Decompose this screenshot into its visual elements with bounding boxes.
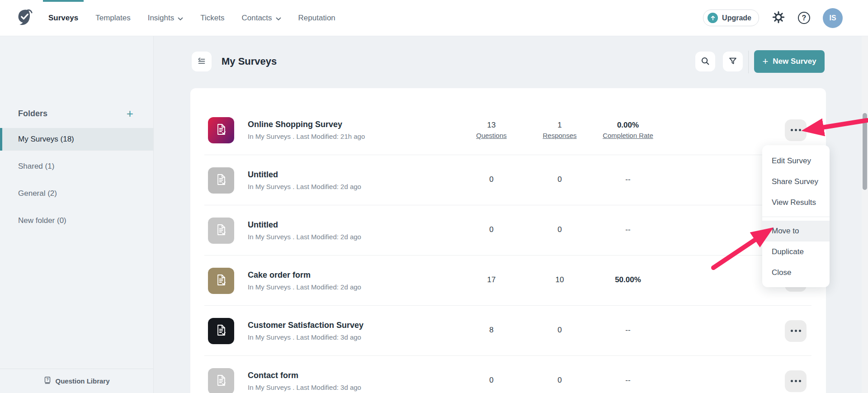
responses-stat: 1 Responses bbox=[525, 121, 594, 139]
survey-meta: In My Surveys . Last Modified: 3d ago bbox=[248, 333, 444, 341]
survey-meta: In My Surveys . Last Modified: 21h ago bbox=[248, 133, 444, 140]
nav-contacts[interactable]: Contacts bbox=[241, 0, 281, 36]
questions-link[interactable]: Questions bbox=[476, 132, 507, 139]
row-actions-button[interactable] bbox=[785, 370, 807, 392]
user-avatar[interactable]: IS bbox=[823, 8, 843, 28]
avatar-initials: IS bbox=[829, 14, 836, 22]
new-survey-button[interactable]: + New Survey bbox=[754, 50, 825, 73]
completion-link[interactable]: Completion Rate bbox=[603, 132, 653, 139]
arrow-to-actions-button bbox=[819, 120, 867, 128]
nav-surveys-label: Surveys bbox=[48, 14, 78, 23]
survey-title[interactable]: Cake order form bbox=[248, 270, 444, 280]
primary-nav: Surveys Templates Insights Tickets Conta… bbox=[48, 0, 335, 36]
survey-list-card: Online Shopping Survey In My Surveys . L… bbox=[190, 88, 826, 393]
survey-document-check-icon bbox=[214, 273, 228, 289]
nav-tickets[interactable]: Tickets bbox=[200, 0, 224, 36]
settings-button[interactable] bbox=[772, 10, 785, 25]
survey-thumbnail[interactable] bbox=[208, 268, 234, 294]
survey-document-check-icon bbox=[214, 223, 228, 239]
menu-item-view-results[interactable]: View Results bbox=[762, 192, 830, 213]
survey-title[interactable]: Untitled bbox=[248, 170, 444, 180]
vertical-scrollbar[interactable] bbox=[862, 36, 868, 393]
menu-item-share-survey[interactable]: Share Survey bbox=[762, 171, 830, 192]
survey-title[interactable]: Contact form bbox=[248, 371, 444, 380]
menu-item-move-to[interactable]: Move to bbox=[762, 221, 830, 241]
svg-text:?: ? bbox=[47, 377, 49, 382]
add-folder-button[interactable]: + bbox=[127, 108, 133, 119]
responses-count: 0 bbox=[557, 326, 561, 335]
filter-funnel-icon bbox=[728, 56, 738, 67]
survey-title[interactable]: Customer Satisfaction Survey bbox=[248, 321, 444, 330]
responses-count: 0 bbox=[557, 225, 561, 234]
responses-count: 0 bbox=[557, 175, 561, 184]
scrollbar-thumb[interactable] bbox=[863, 113, 867, 190]
survey-meta: In My Surveys . Last Modified: 2d ago bbox=[248, 283, 444, 291]
folders-header: Folders + bbox=[0, 102, 153, 125]
sidebar-item-label: Shared (1) bbox=[18, 162, 54, 171]
folders-title: Folders bbox=[18, 109, 47, 118]
nav-reputation[interactable]: Reputation bbox=[298, 0, 335, 36]
nav-templates[interactable]: Templates bbox=[95, 0, 130, 36]
responses-count: 0 bbox=[557, 376, 561, 385]
survey-row: Online Shopping Survey In My Surveys . L… bbox=[190, 105, 826, 155]
search-button[interactable] bbox=[695, 52, 715, 71]
survey-thumbnail[interactable] bbox=[208, 167, 234, 194]
row-actions-button[interactable] bbox=[785, 320, 807, 342]
survey-title[interactable]: Online Shopping Survey bbox=[248, 120, 444, 129]
collapse-sidebar-button[interactable] bbox=[192, 52, 212, 71]
menu-item-close[interactable]: Close bbox=[762, 262, 830, 283]
completion-value: -- bbox=[625, 376, 630, 385]
survey-thumbnail[interactable] bbox=[208, 218, 234, 244]
menu-divider bbox=[762, 217, 830, 217]
upgrade-button[interactable]: Upgrade bbox=[703, 9, 759, 26]
app-logo[interactable] bbox=[15, 8, 35, 28]
completion-stat: 50.00% bbox=[594, 275, 662, 286]
topbar-actions: Upgrade ? IS bbox=[703, 8, 843, 28]
responses-stat: 0 bbox=[525, 225, 594, 236]
nav-insights[interactable]: Insights bbox=[148, 0, 184, 36]
questions-stat: 0 bbox=[458, 175, 525, 186]
gear-icon bbox=[772, 10, 785, 25]
survey-document-check-icon bbox=[214, 323, 228, 339]
questions-stat: 0 bbox=[458, 225, 525, 236]
responses-count: 1 bbox=[557, 121, 561, 130]
survey-document-check-icon bbox=[214, 373, 228, 389]
menu-item-duplicate[interactable]: Duplicate bbox=[762, 241, 830, 262]
nav-contacts-label: Contacts bbox=[241, 14, 272, 23]
collapse-sidebar-icon bbox=[197, 56, 207, 67]
questions-stat: 8 bbox=[458, 326, 525, 336]
nav-templates-label: Templates bbox=[95, 14, 130, 23]
survey-document-check-icon bbox=[214, 122, 228, 138]
sidebar-item-label: My Surveys (18) bbox=[18, 135, 74, 144]
responses-stat: 10 bbox=[525, 275, 594, 286]
survey-thumbnail[interactable] bbox=[208, 368, 234, 393]
sidebar-item-general[interactable]: General (2) bbox=[0, 182, 153, 205]
nav-tickets-label: Tickets bbox=[200, 14, 224, 23]
responses-link[interactable]: Responses bbox=[542, 132, 576, 139]
survey-document-check-icon bbox=[214, 172, 228, 189]
sidebar-item-new-folder[interactable]: New folder (0) bbox=[0, 209, 153, 232]
survey-row: Untitled In My Surveys . Last Modified: … bbox=[190, 155, 826, 205]
survey-row: Contact form In My Surveys . Last Modifi… bbox=[190, 356, 826, 393]
responses-stat: 0 bbox=[525, 175, 594, 186]
header-divider bbox=[748, 51, 749, 73]
questions-stat: 13 Questions bbox=[458, 121, 525, 139]
nav-surveys[interactable]: Surveys bbox=[48, 0, 78, 36]
sidebar-item-label: New folder (0) bbox=[18, 216, 66, 225]
search-icon bbox=[700, 56, 710, 67]
help-button[interactable]: ? bbox=[798, 12, 810, 24]
question-library-label: Question Library bbox=[55, 377, 109, 385]
filter-button[interactable] bbox=[723, 52, 743, 71]
questions-count: 0 bbox=[489, 175, 493, 184]
question-library-link[interactable]: ? Question Library bbox=[0, 369, 153, 393]
plus-icon: + bbox=[762, 57, 768, 66]
sidebar-item-my-surveys[interactable]: My Surveys (18) bbox=[0, 128, 153, 151]
questions-count: 0 bbox=[489, 225, 493, 234]
sidebar-item-shared[interactable]: Shared (1) bbox=[0, 155, 153, 178]
menu-item-edit-survey[interactable]: Edit Survey bbox=[762, 151, 830, 171]
survey-title[interactable]: Untitled bbox=[248, 220, 444, 230]
survey-thumbnail[interactable] bbox=[208, 318, 234, 344]
survey-thumbnail[interactable] bbox=[208, 117, 234, 143]
sparrow-check-logo-icon bbox=[16, 8, 34, 28]
row-actions-button[interactable] bbox=[785, 119, 807, 141]
